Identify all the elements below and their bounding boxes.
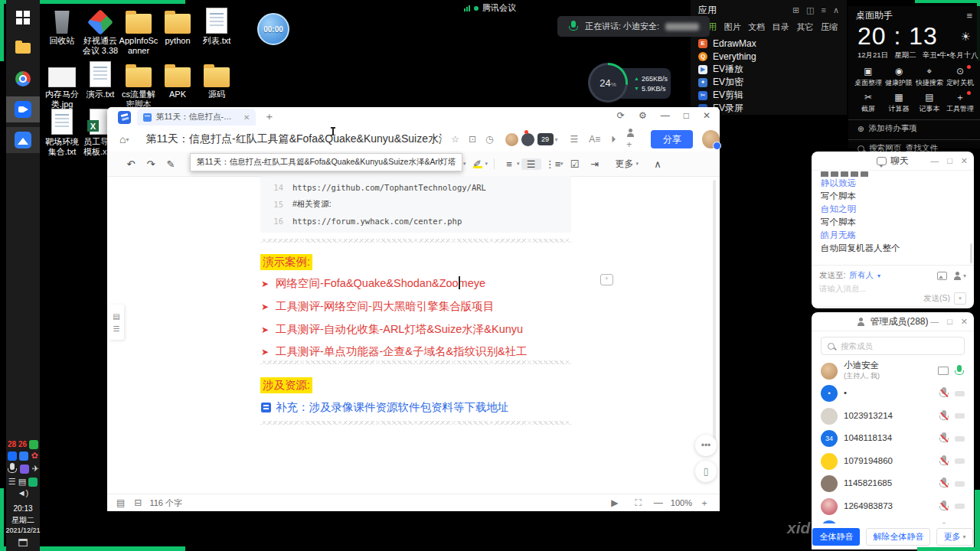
taskbar-clock[interactable]: 20:13 星期二 2021/12/21 — [5, 503, 40, 536]
send-options-icon[interactable]: ▾ — [954, 292, 966, 305]
desktop-icon-cs-script[interactable]: cs流量解密脚本 — [118, 60, 159, 109]
outline-toggle[interactable]: ▤ ☰ — [109, 305, 124, 340]
more-icon[interactable] — [955, 481, 965, 487]
tool-shutdown-timer[interactable]: ⊙定时关机 — [945, 67, 975, 88]
tab-close-icon[interactable]: ✕ — [243, 113, 250, 122]
send-button[interactable]: 发送(S) — [923, 293, 950, 304]
desktop-icon-list-txt[interactable]: 列表.txt — [196, 6, 237, 46]
volume-icon[interactable]: ◄) — [18, 489, 29, 497]
more-icon[interactable] — [955, 504, 965, 509]
chat-sender[interactable]: 自知之明 — [821, 203, 966, 216]
play-icon[interactable]: ▶ — [611, 497, 618, 508]
minimize-button[interactable]: — — [930, 317, 939, 326]
chat-message-list[interactable]: 静以致远 写个脚本 自知之明 写个脚本 皓月无殇 自动回复机器人整个 — [821, 171, 966, 262]
move-folder-icon[interactable]: ⊡ — [469, 134, 476, 145]
launcher-tab-zip[interactable]: 压缩 — [821, 21, 838, 33]
code-text[interactable]: https://forum.ywhack.com/center.php — [292, 217, 462, 226]
audience-select[interactable]: 所有人 — [849, 270, 874, 281]
doc-bullet[interactable]: ➤工具测评-网络空间-四大黑暗引擎集合版项目 — [261, 299, 494, 314]
more-icon[interactable] — [955, 413, 965, 419]
launcher-tab-dirs[interactable]: 目录 — [773, 21, 789, 33]
desktop-icon-memoryhorse-jpg[interactable]: 内存马分类.jpg — [41, 60, 83, 109]
maximize-button[interactable]: □ — [684, 110, 689, 121]
taskbar-item-explorer[interactable] — [6, 35, 40, 61]
hamburger-menu-icon[interactable]: ☰ — [570, 134, 579, 145]
member-row[interactable]: 1079194860 — [812, 450, 974, 473]
checkbox-button[interactable]: ☑ — [565, 158, 585, 170]
settings-gear-icon[interactable]: ⚙ — [639, 110, 647, 121]
present-icon[interactable]: ⏵ — [611, 134, 616, 145]
members-more-button[interactable]: 更多▾ — [936, 528, 972, 546]
more-button[interactable]: 更多▾ — [616, 158, 641, 171]
member-row[interactable]: • • — [812, 383, 974, 406]
desktop-icon-demo-txt[interactable]: 演示.txt — [80, 60, 121, 99]
tray-blue-icon[interactable] — [19, 452, 28, 461]
comment-icon[interactable]: + — [600, 274, 613, 285]
highlight-button[interactable]: ✐▾ — [468, 158, 490, 170]
maximize-button[interactable]: □ — [947, 317, 952, 326]
pin-icon[interactable]: ◫ — [806, 5, 814, 15]
desktop-icon-recycle-bin[interactable]: 回收站 — [41, 6, 83, 46]
undo-icon[interactable]: ↶ — [121, 158, 141, 170]
add-todo-row[interactable]: ⊕添加待办事项 — [848, 120, 980, 137]
desktop-icon-source[interactable]: 源码 — [196, 60, 237, 99]
tool-eye-protect[interactable]: ◉健康护眼 — [884, 67, 914, 88]
more-actions-fab[interactable]: ••• — [695, 435, 717, 456]
desktop-icon-meeting-app[interactable]: 好视通云会议 3.38 — [80, 6, 121, 55]
collapse-icon[interactable]: ∧ — [833, 5, 839, 15]
share-button[interactable]: 分享 — [651, 130, 693, 148]
meeting-status-bar[interactable]: 腾讯会议 — [464, 2, 516, 14]
indent-button[interactable]: ⇥ — [585, 158, 605, 170]
send-image-icon[interactable] — [937, 272, 947, 280]
tray-mic-icon[interactable] — [7, 463, 18, 475]
doc-bullet[interactable]: ➤工具测评-自动化收集-ARL灯塔&Suize水泽&Kunyu — [261, 322, 523, 337]
mic-muted-icon[interactable] — [939, 478, 949, 490]
desktop-icon-appinfoscanner[interactable]: AppInfoScanner — [118, 6, 159, 55]
user-avatar[interactable] — [702, 130, 720, 148]
tray-monitor-icon[interactable]: ▤ — [18, 478, 26, 486]
code-text[interactable]: https://github.com/TophantTechnology/ARL — [292, 183, 486, 192]
launcher-item[interactable]: ✦EV加密 — [698, 76, 839, 89]
screen-share-icon[interactable] — [938, 367, 949, 375]
mention-icon[interactable]: ▾ — [953, 272, 966, 280]
menu-icon[interactable]: ≡ — [822, 5, 826, 15]
tray-purple-icon[interactable] — [20, 465, 29, 474]
sync-icon[interactable]: ⟳ — [617, 110, 625, 121]
member-row[interactable]: 34 1048118134 — [812, 428, 974, 451]
mic-muted-icon[interactable] — [939, 387, 949, 399]
code-text[interactable]: #相关资源: — [292, 199, 332, 210]
doc-bullet[interactable]: ➤网络空间-Fofa&Quake&Shodan&Zoomeye — [261, 276, 485, 291]
assistant-menu-icon[interactable]: ≡ — [966, 10, 972, 21]
close-button[interactable]: ✕ — [961, 317, 968, 327]
ruler-icon[interactable]: ⊟ — [134, 497, 142, 508]
mic-muted-icon[interactable] — [939, 432, 949, 445]
chat-input[interactable] — [812, 281, 942, 293]
launcher-item[interactable]: QEverything — [698, 50, 839, 63]
tool-notepad[interactable]: ▤记事本 — [914, 93, 945, 114]
mic-muted-icon[interactable] — [939, 410, 949, 422]
doc-bullet[interactable]: ➤工具测评-单点功能器-企查&子域名&指纹识别&社工 — [261, 344, 528, 359]
launcher-item[interactable]: ✂EV剪辑 — [698, 89, 839, 102]
collapse-toolbar-icon[interactable]: ∧ — [648, 158, 668, 170]
tray-plane-icon[interactable]: ✈ — [31, 465, 38, 473]
text-style-icon[interactable]: A≡ — [589, 134, 600, 145]
close-button[interactable]: ✕ — [703, 110, 710, 121]
resource-link[interactable]: 补充：涉及录像课件资源软件包资料等下载地址 — [261, 400, 509, 415]
chat-scrollbar[interactable] — [970, 243, 972, 263]
maximize-button[interactable]: □ — [947, 156, 952, 165]
tool-quick-search[interactable]: ⌖快捷搜索 — [914, 67, 945, 88]
bullet-list-button[interactable]: ☰▾ — [521, 158, 544, 170]
tool-calculator[interactable]: ▦计算器 — [884, 93, 914, 114]
minimize-button[interactable]: — — [661, 110, 670, 121]
page-icon[interactable]: ▤ — [116, 497, 125, 508]
star-icon[interactable]: ☆ — [451, 134, 459, 145]
member-row[interactable]: 1145821685 — [812, 473, 974, 496]
mic-muted-icon[interactable] — [939, 455, 949, 468]
launcher-item[interactable]: ▶EV播放 — [698, 63, 839, 76]
chat-sender[interactable]: 静以致远 — [821, 177, 966, 190]
redo-icon[interactable]: ↷ — [141, 158, 161, 170]
taskbar-item-app[interactable] — [6, 127, 40, 153]
section-heading[interactable]: 涉及资源: — [260, 377, 312, 393]
performance-widget[interactable]: ▲265KB/s ▼5.9KB/s 24% — [588, 63, 672, 104]
launcher-tab-docs[interactable]: 文档 — [748, 21, 765, 33]
